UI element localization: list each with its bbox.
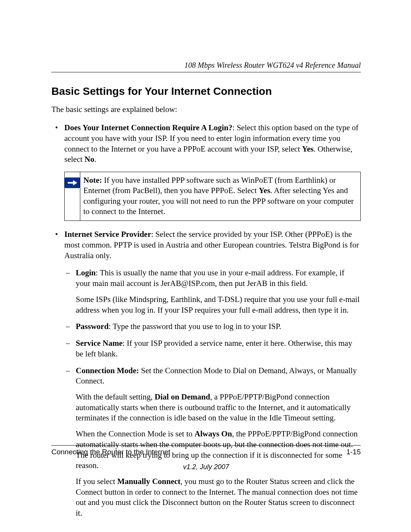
sub-bullet-connection-mode: Connection Mode: Set the Connection Mode… [64, 366, 361, 519]
bullet-isp: Internet Service Provider: Select the se… [51, 229, 361, 519]
sub-text: : Type the password that you use to log … [108, 322, 281, 331]
sub-text: : This is usually the name that you use … [76, 268, 344, 288]
bullet-text: . [94, 155, 96, 164]
sub-bullet-list: Login: This is usually the name that you… [64, 268, 361, 518]
note-icon-cell [65, 172, 80, 220]
sub-bullet-login: Login: This is usually the name that you… [64, 268, 361, 315]
note-box: Note: If you have installed PPP software… [64, 172, 361, 221]
document-page: 108 Mbps Wireless Router WGT624 v4 Refer… [0, 0, 411, 532]
bullet-label: Does Your Internet Connection Require A … [64, 123, 233, 132]
svg-marker-1 [73, 180, 77, 185]
bold-dial-on-demand: Dial on Demand [155, 392, 210, 401]
sub-bullet-password: Password: Type the password that you use… [64, 321, 361, 332]
sub-label: Login [76, 268, 96, 277]
footer-page-number: 1-15 [346, 448, 361, 456]
bold-manually-connect: Manually Connect [117, 477, 180, 486]
arrow-right-icon [65, 177, 80, 188]
p-text: When the Connection Mode is set to [76, 429, 194, 438]
p-text: With the default setting, [76, 392, 155, 401]
note-text: Note: If you have installed PPP software… [80, 172, 360, 220]
footer-chapter: Connecting the Router to the Internet [51, 448, 170, 456]
page-footer: Connecting the Router to the Internet 1-… [51, 445, 361, 471]
bullet-login-required: Does Your Internet Connection Require A … [51, 123, 361, 165]
sub-label: Service Name [76, 339, 123, 348]
sub-paragraph: If you select Manually Connect, you must… [76, 476, 361, 519]
bullet-list: Internet Service Provider: Select the se… [51, 229, 361, 519]
bold-always-on: Always On [194, 429, 232, 438]
bullet-label: Internet Service Provider [64, 230, 151, 239]
footer-rule: Connecting the Router to the Internet 1-… [51, 445, 361, 456]
p-text: If you select [76, 477, 117, 486]
section-intro: The basic settings are explained below: [51, 104, 361, 114]
note-label: Note: [83, 176, 102, 185]
sub-bullet-service-name: Service Name: If your ISP provided a ser… [64, 338, 361, 359]
sub-label: Password [76, 322, 108, 331]
bold-no: No [84, 155, 94, 164]
bold-yes: Yes [302, 144, 314, 153]
bold-yes: Yes [259, 186, 270, 195]
footer-version: v1.2, July 2007 [51, 463, 361, 471]
sub-paragraph: Some ISPs (like Mindspring, Earthlink, a… [76, 294, 361, 315]
section-heading: Basic Settings for Your Internet Connect… [51, 85, 361, 97]
sub-label: Connection Mode: [76, 366, 139, 375]
bullet-list: Does Your Internet Connection Require A … [51, 123, 361, 165]
sub-paragraph: With the default setting, Dial on Demand… [76, 392, 361, 423]
running-header: 108 Mbps Wireless Router WGT624 v4 Refer… [51, 61, 361, 72]
